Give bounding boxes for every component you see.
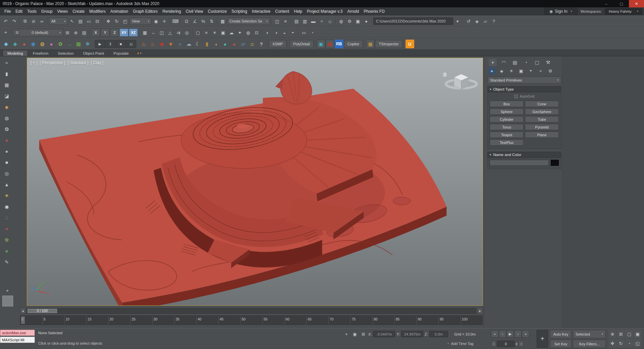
modify-tab[interactable]: ◠ xyxy=(500,59,508,66)
brush-tool-icon[interactable]: ✎ xyxy=(2,258,11,266)
select-and-rotate-icon[interactable]: ↻ xyxy=(113,17,121,25)
play-button[interactable]: ▶ xyxy=(506,330,514,338)
cameras-subtab[interactable]: ▣ xyxy=(517,67,525,74)
object-type-button[interactable]: Torus xyxy=(490,124,524,130)
object-type-button[interactable]: Cylinder xyxy=(490,116,524,122)
view-cube[interactable] xyxy=(442,72,477,90)
tab-object-paint[interactable]: Object Paint xyxy=(79,50,109,56)
stop-animation-button[interactable]: ■ xyxy=(116,40,126,48)
menu-item[interactable]: Graph Editors xyxy=(130,8,160,15)
utilities-tab[interactable]: ⚒ xyxy=(544,59,552,66)
phoenix-flame-icon[interactable]: ♨ xyxy=(148,40,157,48)
menu-item[interactable]: Interactive xyxy=(250,8,273,15)
display-floater-icon[interactable]: ▢ xyxy=(194,29,202,37)
checker-map-icon[interactable]: ▦ xyxy=(366,40,375,48)
reference-coordinate-dropdown[interactable]: View xyxy=(129,17,152,25)
play-animation-button[interactable]: ▶ xyxy=(95,40,105,48)
axis-xy-button[interactable]: XY xyxy=(119,29,128,37)
name-color-rollout-header[interactable]: Name and Color xyxy=(487,152,561,158)
bind-to-space-warp-icon[interactable]: ∞ xyxy=(38,17,46,25)
use-pivot-center-icon[interactable]: ◉ xyxy=(152,17,160,25)
export-plugin-icon[interactable]: → xyxy=(65,40,74,48)
maxscript-mini-listener-pink[interactable]: actionMan.exe xyxy=(0,330,35,336)
axis-z-button[interactable]: Z xyxy=(110,29,119,37)
next-key-button[interactable]: › xyxy=(519,341,524,347)
mirror-icon[interactable]: ◫ xyxy=(273,17,281,25)
zoom-extents-icon[interactable]: ▢ xyxy=(625,330,633,338)
next-frame-button[interactable]: › xyxy=(514,330,522,338)
go-to-start-button[interactable]: « xyxy=(491,330,498,338)
object-type-button[interactable]: TextPlus xyxy=(490,139,524,146)
render-presets-icon[interactable]: ◍ xyxy=(244,29,252,37)
z-coordinate-field[interactable]: 0.0m xyxy=(429,331,448,337)
snapshot-icon[interactable]: ◑ xyxy=(272,29,280,37)
viewport-menu-shading[interactable]: [ Clay ] xyxy=(91,60,103,65)
zoom-icon[interactable]: ⊕ xyxy=(608,330,616,338)
cylinder-tool-icon[interactable]: ▮ xyxy=(2,69,11,78)
curve-editor-icon[interactable]: ≈ xyxy=(318,17,326,25)
create-tab[interactable]: + xyxy=(489,59,497,66)
menu-item[interactable]: Animation xyxy=(108,8,130,15)
tab-populate[interactable]: Populate xyxy=(109,50,133,56)
undo-view-icon[interactable]: ↺ xyxy=(465,17,473,25)
scene-explorer-toggle-icon[interactable]: ▤ xyxy=(292,17,301,25)
document-plugin-icon[interactable]: ▱ xyxy=(239,40,248,48)
menu-item[interactable]: Edit xyxy=(13,8,25,15)
geometry-subtab[interactable]: ● xyxy=(488,67,496,74)
water-plugin-icon[interactable]: ◉ xyxy=(29,40,38,48)
mirror-tool-icon[interactable]: ◐ xyxy=(264,29,272,37)
select-and-place-icon[interactable]: ⌖ xyxy=(2,29,10,37)
delete-animation-button[interactable]: ⊔ xyxy=(126,40,136,48)
create-layer-icon[interactable]: ⊞ xyxy=(63,29,71,37)
normal-align-icon[interactable]: △ xyxy=(166,29,174,37)
add-to-layer-icon[interactable]: ⊕ xyxy=(72,29,80,37)
red-ball-plugin-icon[interactable]: ● xyxy=(230,40,238,48)
gem-tool-icon[interactable]: ◆ xyxy=(2,103,11,111)
time-slider-handle[interactable]: 0 / 100 xyxy=(28,309,57,313)
tab-freeform[interactable]: Freeform xyxy=(29,50,53,56)
go-to-end-button[interactable]: » xyxy=(522,330,529,338)
cloud-plugin-icon[interactable]: ☁ xyxy=(184,40,193,48)
render-production-icon[interactable]: ● xyxy=(362,17,370,25)
measure-icon[interactable]: ◒ xyxy=(280,29,288,37)
menu-item[interactable]: Scripting xyxy=(229,8,250,15)
torus-tool-icon[interactable]: ◎ xyxy=(2,169,11,178)
object-type-button[interactable]: Plane xyxy=(525,132,559,138)
edit-named-selections-icon[interactable]: ▦ xyxy=(219,17,227,25)
rendered-frame-icon[interactable]: ▣ xyxy=(354,17,362,25)
layer-dropdown[interactable]: 0 (default) xyxy=(13,29,63,36)
xsmp-button[interactable]: XSMP xyxy=(269,40,286,48)
tree-tool-icon[interactable]: ♣ xyxy=(2,247,11,255)
motion-tab[interactable]: ◔ xyxy=(522,59,530,66)
set-key-button[interactable]: Set Key xyxy=(550,340,572,348)
schematic-view-icon[interactable]: ◇ xyxy=(326,17,334,25)
viewport-menu-pov[interactable]: [ Perspective ] xyxy=(40,60,65,65)
key-selection-dropdown[interactable]: Selected xyxy=(573,330,606,338)
undo-icon[interactable]: ↶ xyxy=(2,17,10,25)
selection-filter-dropdown[interactable]: All xyxy=(49,17,68,25)
x-coordinate-field[interactable]: -3.0447m xyxy=(373,331,395,337)
select-by-name-icon[interactable]: ▤ xyxy=(76,17,85,25)
material-editor-icon[interactable]: ◍ xyxy=(337,17,345,25)
angle-snap-toggle-icon[interactable]: ∠ xyxy=(191,17,199,25)
maximize-button[interactable]: ▢ xyxy=(614,0,629,7)
universal-u-button[interactable]: U xyxy=(406,40,414,48)
tab-selection[interactable]: Selection xyxy=(53,50,78,56)
clone-align-icon[interactable]: ◫ xyxy=(158,29,166,37)
object-type-button[interactable]: Teapot xyxy=(490,132,524,138)
barrel-plugin-icon[interactable]: ▮ xyxy=(203,40,211,48)
leaf-plugin-icon[interactable]: ✿ xyxy=(56,40,65,48)
snowflake-plugin-icon[interactable]: ❄ xyxy=(83,40,92,48)
tsinspector-button[interactable]: TSInspector xyxy=(375,40,402,48)
sketchfab-plugin-icon[interactable]: ◆ xyxy=(2,40,10,48)
redo-icon[interactable]: ↷ xyxy=(10,17,18,25)
workspaces-dropdown[interactable]: Hosny Fahmy xyxy=(605,8,642,14)
menu-item[interactable]: Tools xyxy=(25,8,39,15)
rectangular-selection-region-icon[interactable]: ▭ xyxy=(85,17,93,25)
red-tool-icon[interactable]: ▣ xyxy=(326,40,334,48)
add-time-tag[interactable]: ◔ Add Time Tag xyxy=(447,342,474,346)
primitive-category-dropdown[interactable]: Standard Primitives xyxy=(487,77,561,84)
previous-key-button[interactable]: ‹ xyxy=(491,341,496,347)
maximize-viewport-toggle-icon[interactable]: ◱ xyxy=(634,339,642,348)
select-and-move-icon[interactable]: ✥ xyxy=(104,17,112,25)
